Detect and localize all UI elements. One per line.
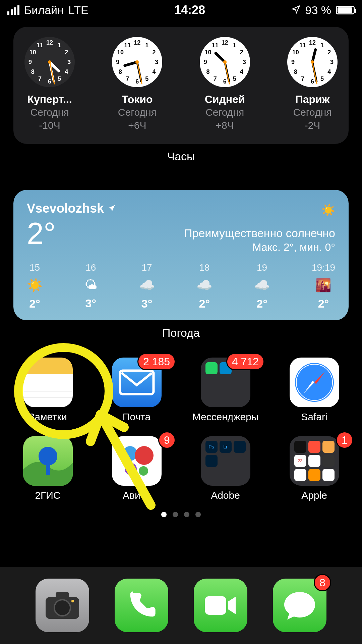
hour-temp: 2°: [196, 297, 212, 310]
facetime-icon[interactable]: [194, 579, 247, 632]
app-Камера[interactable]: [36, 579, 89, 632]
page-indicator[interactable]: [13, 512, 349, 517]
dock: 8: [0, 567, 362, 644]
app-Apple[interactable]: 231Apple: [280, 436, 349, 501]
network-label: LTE: [68, 4, 88, 17]
app-Safari[interactable]: Safari: [280, 358, 349, 423]
page-dot[interactable]: [173, 512, 178, 517]
world-clock-Токио[interactable]: 123456789101112ТокиоСегодня+6Ч: [110, 37, 164, 132]
weather-condition-icon: ☁️: [254, 278, 270, 292]
app-2ГИС[interactable]: 2ГИС: [13, 436, 82, 501]
svg-point-11: [139, 466, 148, 476]
battery-icon: [336, 6, 355, 14]
page-dot[interactable]: [195, 512, 201, 517]
app-Почта[interactable]: 2 185Почта: [102, 358, 171, 423]
hour-label: 17: [139, 262, 155, 273]
sun-icon: ☀️: [184, 203, 335, 217]
weather-condition-icon: ☀️: [27, 278, 43, 292]
world-clock-widget-label: Часы: [13, 150, 349, 163]
weather-location: Vsevolozhsk: [27, 201, 116, 216]
hour-label: 19:19: [312, 262, 335, 273]
svg-rect-16: [205, 596, 226, 615]
world-clock-widget[interactable]: 123456789101112Куперт...Сегодня-10Ч12345…: [13, 27, 349, 144]
phone-icon[interactable]: [115, 579, 168, 632]
app-Сообщения[interactable]: 8: [273, 579, 326, 632]
app-Мессенджеры[interactable]: 4 712Мессенджеры: [191, 358, 260, 423]
notes-icon[interactable]: [23, 358, 73, 407]
hour-label: 16: [84, 262, 97, 273]
svg-point-14: [54, 600, 70, 616]
clock-offset-label: -10Ч: [23, 119, 76, 132]
clock-day-label: Сегодня: [198, 106, 252, 119]
app-Заметки[interactable]: Заметки: [13, 358, 82, 423]
weather-condition-icon: 🌤: [84, 278, 97, 292]
world-clock-Париж[interactable]: 123456789101112ПарижСегодня-2Ч: [286, 37, 339, 132]
status-bar: Билайн LTE 14:28 93 %: [0, 0, 362, 20]
folder-adobe-icon[interactable]: PsLr: [201, 436, 250, 486]
hour-label: 19: [254, 262, 270, 273]
weather-hour: 18☁️2°: [196, 262, 212, 310]
weather-hour: 15☀️2°: [27, 262, 43, 310]
app-FaceTime[interactable]: [194, 579, 247, 632]
weather-hour: 16🌤3°: [84, 262, 97, 310]
weather-current-temp: 2°: [27, 218, 116, 249]
location-arrow-icon: [107, 201, 116, 216]
weather-condition: Преимущественно солнечно: [184, 227, 335, 240]
world-clock-Сидней[interactable]: 123456789101112СиднейСегодня+8Ч: [198, 37, 252, 132]
hour-temp: 2°: [254, 297, 270, 310]
clock-city-label: Сидней: [198, 93, 252, 106]
avito-icon[interactable]: [112, 436, 162, 486]
app-label: Adobe: [191, 490, 260, 501]
weather-hour: 19:19🌇2°: [312, 262, 335, 310]
app-label: Авито: [102, 490, 171, 501]
clock-offset-label: +8Ч: [198, 119, 252, 132]
clock-day-label: Сегодня: [23, 106, 76, 119]
svg-rect-13: [56, 592, 69, 599]
svg-point-15: [71, 600, 74, 602]
app-label: 2ГИС: [13, 490, 82, 501]
weather-hour: 17☁️3°: [139, 262, 155, 310]
safari-icon[interactable]: [290, 358, 339, 407]
carrier-label: Билайн: [24, 4, 64, 17]
weather-condition-icon: ☁️: [196, 278, 212, 292]
clock-city-label: Токио: [110, 93, 164, 106]
weather-condition-icon: ☁️: [139, 278, 155, 292]
app-Телефон[interactable]: [115, 579, 168, 632]
2gis-icon[interactable]: [23, 436, 73, 486]
clock-city-label: Куперт...: [23, 93, 76, 106]
page-dot[interactable]: [184, 512, 189, 517]
page-dot[interactable]: [161, 512, 167, 517]
notification-badge: 4 712: [226, 353, 264, 370]
battery-pct-label: 93 %: [305, 4, 331, 17]
app-Adobe[interactable]: PsLrAdobe: [191, 436, 260, 501]
app-label: Safari: [280, 411, 349, 423]
weather-widget[interactable]: Vsevolozhsk 2° ☀️ Преимущественно солнеч…: [13, 190, 349, 320]
notification-badge: 1: [336, 431, 353, 449]
hour-temp: 3°: [84, 297, 97, 310]
clock-day-label: Сегодня: [110, 106, 164, 119]
folder-apple-icon[interactable]: 23: [290, 436, 339, 486]
svg-rect-1: [120, 371, 154, 394]
app-Авито[interactable]: 9Авито: [102, 436, 171, 501]
hour-label: 15: [27, 262, 43, 273]
signal-bars-icon: [7, 5, 19, 15]
camera-icon[interactable]: [36, 579, 89, 632]
svg-point-9: [135, 446, 154, 465]
world-clock-Куперт...[interactable]: 123456789101112Куперт...Сегодня-10Ч: [23, 37, 76, 132]
svg-point-10: [125, 463, 137, 475]
svg-rect-7: [46, 462, 50, 475]
clock-offset-label: +6Ч: [110, 119, 164, 132]
status-time: 14:28: [174, 3, 205, 17]
weather-widget-label: Погода: [13, 326, 349, 339]
app-label: Apple: [280, 490, 349, 501]
weather-range: Макс. 2°, мин. 0°: [184, 241, 335, 254]
notification-badge: 9: [158, 431, 176, 449]
weather-hour: 19☁️2°: [254, 262, 270, 310]
notification-badge: 8: [314, 574, 331, 591]
location-arrow-icon: [291, 4, 301, 17]
hour-label: 18: [196, 262, 212, 273]
home-screen-apps: Заметки2 185Почта4 712МессенджерыSafari2…: [13, 358, 349, 501]
clock-day-label: Сегодня: [286, 106, 339, 119]
app-label: Почта: [102, 411, 171, 423]
weather-condition-icon: 🌇: [312, 278, 335, 292]
